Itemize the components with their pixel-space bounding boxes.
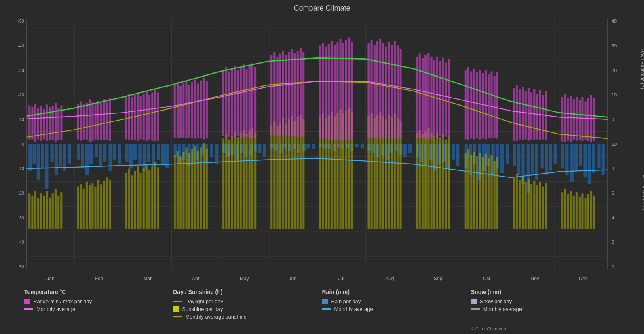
svg-rect-47 — [118, 144, 121, 164]
legend-area: Temperature °C Range min / max per day M… — [0, 285, 644, 334]
svg-rect-164 — [89, 185, 91, 229]
svg-rect-301 — [55, 103, 57, 142]
copyright-text: © ClimeChart.com — [471, 326, 507, 331]
svg-rect-106 — [403, 144, 407, 157]
svg-rect-204 — [245, 134, 247, 229]
svg-rect-198 — [228, 139, 230, 229]
svg-rect-343 — [231, 69, 233, 137]
page-wrapper: Compare Climate 50 40 30 20 10 0 -10 -20… — [0, 0, 644, 334]
svg-rect-29 — [32, 144, 36, 164]
svg-rect-141 — [574, 144, 578, 171]
month-feb: Feb — [75, 276, 123, 281]
svg-rect-383 — [388, 42, 390, 138]
svg-rect-190 — [191, 149, 193, 229]
avg-sunshine-swatch — [173, 316, 182, 317]
svg-rect-126 — [500, 144, 504, 173]
svg-rect-191 — [194, 146, 196, 229]
svg-rect-355 — [279, 53, 281, 136]
sunshine-bar-swatch — [173, 306, 179, 312]
svg-rect-107 — [408, 144, 412, 153]
svg-rect-249 — [430, 133, 432, 229]
svg-rect-307 — [86, 103, 88, 140]
svg-rect-315 — [109, 98, 111, 141]
svg-rect-370 — [336, 42, 338, 140]
svg-rect-270 — [519, 180, 521, 229]
svg-rect-312 — [100, 103, 102, 140]
svg-rect-155 — [49, 198, 51, 229]
svg-rect-202 — [240, 133, 242, 229]
svg-rect-345 — [237, 70, 239, 136]
svg-rect-349 — [249, 66, 251, 138]
svg-rect-176 — [137, 166, 139, 229]
svg-rect-178 — [143, 168, 145, 229]
svg-rect-417 — [528, 88, 530, 140]
svg-rect-157 — [55, 189, 57, 229]
svg-rect-276 — [536, 185, 538, 229]
legend-snow-bar: Snow per day — [471, 298, 620, 304]
svg-rect-173 — [128, 168, 130, 229]
svg-rect-128 — [513, 144, 516, 166]
chart-title: Compare Climate — [0, 4, 644, 13]
legend-rain-avg: Monthly average — [322, 306, 471, 312]
svg-rect-371 — [339, 39, 341, 141]
month-oct: Oct — [462, 276, 511, 281]
svg-rect-143 — [583, 144, 587, 178]
svg-rect-336 — [197, 83, 199, 138]
svg-rect-39 — [81, 144, 84, 169]
svg-rect-277 — [539, 182, 541, 229]
svg-rect-285 — [576, 192, 578, 229]
svg-rect-261 — [479, 153, 481, 229]
svg-rect-51 — [138, 144, 141, 164]
svg-rect-313 — [103, 99, 105, 140]
svg-rect-316 — [125, 96, 127, 139]
svg-rect-169 — [103, 181, 105, 229]
svg-rect-340 — [222, 70, 224, 136]
legend-temp-range: Range min / max per day — [24, 298, 173, 304]
svg-rect-31 — [41, 144, 44, 169]
svg-rect-364 — [319, 45, 321, 138]
month-jan: Jan — [26, 276, 75, 281]
svg-rect-67 — [215, 144, 218, 164]
svg-rect-308 — [89, 99, 91, 142]
svg-rect-258 — [470, 155, 472, 229]
svg-rect-86 — [306, 144, 310, 149]
svg-rect-268 — [513, 177, 515, 229]
svg-rect-329 — [177, 82, 179, 138]
legend-rain-avg-label: Monthly average — [334, 306, 373, 312]
svg-rect-419 — [533, 89, 535, 140]
svg-rect-44 — [103, 144, 106, 162]
svg-rect-406 — [482, 73, 484, 138]
svg-rect-152 — [40, 193, 42, 229]
svg-rect-36 — [63, 144, 66, 171]
svg-rect-362 — [300, 48, 302, 137]
svg-rect-181 — [151, 166, 153, 229]
svg-rect-414 — [519, 89, 521, 140]
month-jun: Jun — [268, 276, 317, 281]
svg-rect-163 — [86, 182, 88, 229]
legend-rain-title: Rain (mm) — [322, 289, 471, 295]
legend-sunshine-bar-label: Sunshine per day — [182, 306, 223, 312]
svg-rect-260 — [476, 156, 478, 229]
svg-rect-50 — [133, 144, 137, 160]
svg-rect-147 — [602, 144, 605, 175]
svg-rect-351 — [254, 67, 256, 138]
svg-rect-318 — [131, 97, 133, 140]
svg-rect-250 — [433, 136, 435, 229]
svg-rect-347 — [243, 64, 245, 138]
svg-rect-342 — [228, 71, 230, 136]
svg-rect-325 — [151, 92, 153, 140]
svg-rect-278 — [542, 187, 544, 229]
svg-rect-165 — [91, 183, 93, 229]
svg-rect-333 — [188, 85, 190, 138]
svg-rect-189 — [188, 153, 190, 229]
svg-rect-356 — [282, 51, 284, 137]
right-axis: 0 2 4 6 8 10 0 10 20 30 40 — [610, 19, 640, 269]
svg-rect-127 — [506, 144, 509, 164]
svg-rect-116 — [452, 144, 455, 160]
svg-rect-409 — [490, 71, 492, 138]
legend-snow-avg-label: Monthly average — [483, 306, 522, 312]
svg-rect-412 — [513, 88, 515, 140]
svg-rect-35 — [59, 144, 62, 166]
svg-rect-37 — [68, 144, 71, 164]
svg-rect-296 — [40, 106, 42, 141]
